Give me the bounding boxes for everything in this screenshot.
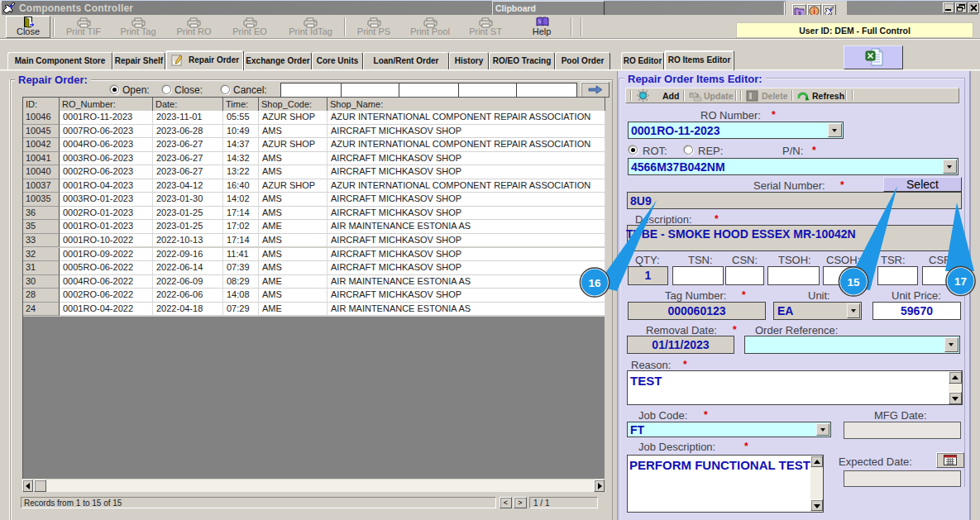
svg-text:17: 17	[954, 275, 967, 288]
svg-text:15: 15	[847, 276, 860, 289]
svg-text:16: 16	[588, 277, 601, 289]
